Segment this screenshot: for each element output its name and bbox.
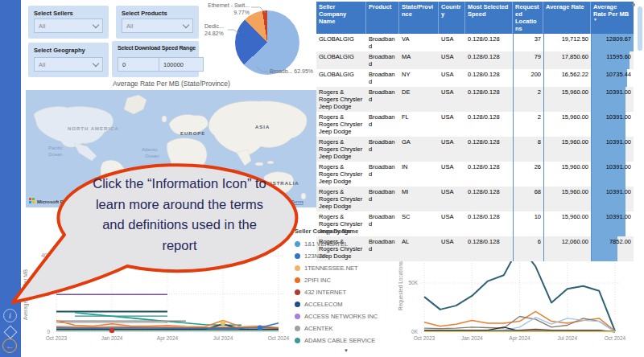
- legend-item[interactable]: ADAMS CABLE SERVICE: [295, 334, 398, 347]
- table-row[interactable]: Rogers & Rogers Chrysler Jeep DodgeBroad…: [316, 162, 634, 187]
- clear-filters-icon[interactable]: [4, 326, 18, 339]
- more-options-dot[interactable]: [632, 3, 635, 6]
- table-cell: Broadband: [366, 51, 399, 69]
- table-row[interactable]: Rogers & Rogers Chrysler Jeep DodgeBroad…: [316, 137, 634, 162]
- legend-expand-icon[interactable]: ▼: [295, 348, 398, 353]
- table-cell: MI: [399, 187, 439, 211]
- table-cell: 2: [513, 112, 543, 137]
- legend-item[interactable]: 1TENNESSEE.NET: [295, 262, 398, 274]
- sort-descending-icon[interactable]: ▼: [593, 18, 631, 21]
- table-cell: 0.128/0.128: [465, 137, 513, 162]
- table-cell: Broadband: [366, 69, 399, 87]
- table-cell: 19,712.50: [543, 34, 591, 51]
- legend-item[interactable]: 123NET: [295, 250, 398, 262]
- legend-dot: [295, 241, 300, 247]
- legend-item[interactable]: 1&1 VERSATEL: [295, 238, 398, 250]
- table-cell: 68: [513, 187, 543, 211]
- table-header-row: Seller Company NameProductState/Province…: [316, 2, 634, 34]
- legend-dot: [295, 289, 300, 295]
- column-header[interactable]: Seller Company Name: [316, 2, 366, 34]
- table-cell: Rogers & Rogers Chrysler Jeep Dodge: [316, 162, 366, 187]
- table-cell: NY: [399, 69, 439, 87]
- table-cell: 17,850.60: [543, 51, 591, 69]
- column-header[interactable]: Product: [366, 2, 399, 34]
- table-cell: Broadband: [366, 187, 399, 211]
- table-cell: 15,960.00: [543, 112, 591, 137]
- table-cell: 37: [513, 34, 543, 51]
- table-cell: GLOBALGIG: [316, 51, 366, 69]
- legend-item[interactable]: ACENTEK: [295, 322, 398, 334]
- table-cell: 10391.00: [591, 211, 634, 236]
- table-cell: 0.128/0.128: [465, 187, 513, 211]
- column-header[interactable]: Country: [439, 2, 465, 34]
- back-arrow-icon[interactable]: ←: [2, 339, 17, 353]
- table-cell: 2: [513, 87, 543, 112]
- table-cell: 0.128/0.128: [465, 69, 513, 87]
- table-cell: GLOBALGIG: [316, 34, 366, 51]
- table-cell: 0.128/0.128: [465, 236, 513, 261]
- table-cell: USA: [439, 162, 465, 187]
- legend-item[interactable]: 432 INTERNET: [295, 286, 398, 298]
- table-cell: IN: [399, 162, 439, 187]
- table-cell: AL: [399, 236, 439, 261]
- legend-label: 1&1 VERSATEL: [304, 240, 348, 248]
- table-cell: USA: [439, 69, 465, 87]
- table-row[interactable]: Rogers & Rogers Chrysler Jeep DodgeBroad…: [316, 87, 634, 112]
- legend-item[interactable]: 2PIFI INC: [295, 274, 398, 286]
- legend-dot: [295, 338, 300, 343]
- legend-label: 1TENNESSEE.NET: [304, 265, 358, 272]
- table-cell: 0.128/0.128: [465, 162, 513, 187]
- column-header[interactable]: Most Selected Speed: [465, 2, 513, 34]
- table-cell: 15,960.00: [543, 211, 591, 236]
- table-row[interactable]: GLOBALGIGBroadbandVAUSA0.128/0.1283719,7…: [316, 34, 634, 51]
- legend-dot: [295, 326, 300, 331]
- table-cell: 11595.60: [591, 51, 634, 69]
- table-cell: 0.128/0.128: [465, 87, 513, 112]
- table-cell: Broadband: [366, 34, 399, 51]
- legend-label: 2PIFI INC: [304, 277, 331, 284]
- powerbi-report: i ← Select Sellers All Select Products A…: [0, 0, 644, 357]
- table-cell: GLOBALGIG: [316, 69, 366, 87]
- table-cell: FL: [399, 112, 439, 137]
- table-cell: 0.128/0.128: [465, 34, 513, 51]
- table-cell: USA: [439, 236, 465, 261]
- table-cell: 10391.00: [591, 162, 634, 187]
- table-cell: 10391.00: [591, 112, 634, 137]
- legend-label: ADAMS CABLE SERVICE: [304, 337, 375, 344]
- table-cell: 0.128/0.128: [465, 211, 513, 236]
- callout-text: Click the “Information Icon” to learn mo…: [84, 174, 275, 256]
- table-cell: 15,960.00: [543, 137, 591, 162]
- table-row[interactable]: GLOBALGIGBroadbandMAUSA0.128/0.1287917,8…: [316, 51, 634, 69]
- table-cell: USA: [439, 87, 465, 112]
- table-cell: GA: [399, 137, 439, 162]
- information-icon[interactable]: i: [3, 309, 17, 322]
- column-header[interactable]: Average Rate: [543, 2, 591, 34]
- table-cell: USA: [439, 112, 465, 137]
- column-header[interactable]: Average Rate Per MB▼: [591, 2, 634, 34]
- table-cell: 0.128/0.128: [465, 51, 513, 69]
- table-cell: 10391.00: [591, 137, 634, 162]
- legend-label: ACCELECOM: [304, 301, 343, 308]
- seller-rates-table: Seller Company NameProductState/Province…: [316, 2, 634, 261]
- table-cell: 10391.00: [591, 187, 634, 211]
- legend-dot: [295, 265, 300, 271]
- table-row[interactable]: Rogers & Rogers Chrysler Jeep DodgeBroad…: [316, 187, 634, 211]
- table-cell: Broadband: [366, 112, 399, 137]
- left-sidebar: i ←: [0, 0, 21, 357]
- table-scrollbar[interactable]: [638, 6, 642, 51]
- table-cell: Broadband: [366, 162, 399, 187]
- table-row[interactable]: GLOBALGIGBroadbandNYUSA0.128/0.12820016,…: [316, 69, 634, 87]
- table-cell: USA: [439, 34, 465, 51]
- legend-dot: [295, 314, 300, 319]
- legend-label: ACENTEK: [304, 325, 332, 332]
- table-cell: USA: [439, 187, 465, 211]
- table-cell: Broadband: [366, 87, 399, 112]
- table-cell: 12,060.00: [543, 236, 591, 261]
- table-row[interactable]: Rogers & Rogers Chrysler Jeep DodgeBroad…: [316, 112, 634, 137]
- legend-item[interactable]: ACCESS NETWORKS INC: [295, 310, 398, 322]
- column-header[interactable]: Requested Locations: [513, 2, 543, 34]
- column-header[interactable]: State/Province: [399, 2, 439, 34]
- legend-item[interactable]: ACCELECOM: [295, 298, 398, 310]
- table-cell: 10391.00: [591, 87, 634, 112]
- table-cell: Rogers & Rogers Chrysler Jeep Dodge: [316, 187, 366, 211]
